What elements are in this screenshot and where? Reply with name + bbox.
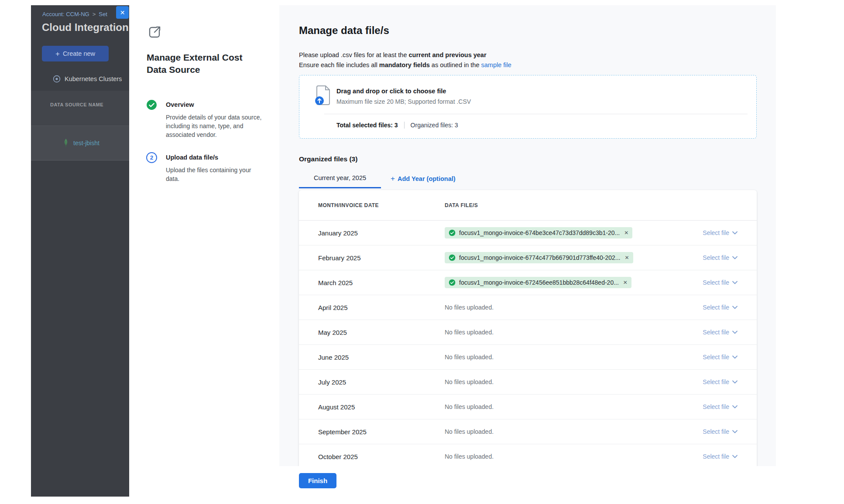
tab-current-year[interactable]: Current year, 2025 [299,174,381,188]
select-file-button[interactable]: Select file [703,279,738,286]
month-label: October 2025 [318,453,445,460]
organized-files-count: Organized files: 3 [411,122,458,129]
upload-instructions: Please upload .csv files for at least th… [299,50,511,70]
select-file-button[interactable]: Select file [703,254,738,261]
file-cell: focusv1_mongo-invoice-672456ee851bbb28c6… [445,277,690,288]
file-cell: No files uploaded. [445,303,690,311]
chevron-down-icon [732,405,738,409]
select-cell: Select file [690,279,738,286]
empty-file-text: No files uploaded. [445,403,494,410]
instruction-line-1: Please upload .csv files for at least th… [299,50,511,60]
total-selected-files: Total selected files: 3 [336,122,398,129]
plus-icon: + [55,50,60,58]
chevron-down-icon [732,430,738,433]
dropzone-divider [324,114,748,114]
empty-file-text: No files uploaded. [445,378,494,385]
file-cell: No files uploaded. [445,453,690,460]
section-title: Manage data file/s [299,24,389,37]
data-source-link: test-jbisht [73,140,99,146]
select-file-button[interactable]: Select file [703,378,738,385]
breadcrumb-separator: > [93,11,96,17]
wizard-title: Manage External Cost Data Source [147,51,260,76]
file-dropzone[interactable]: Drag and drop or click to choose file Ma… [299,75,757,139]
select-file-label: Select file [703,229,729,236]
select-file-button[interactable]: Select file [703,428,738,435]
add-year-label: Add Year (optional) [398,175,456,182]
select-file-label: Select file [703,453,729,460]
select-file-button[interactable]: Select file [703,329,738,336]
year-tabs: Current year, 2025 + Add Year (optional) [299,174,456,188]
finish-button[interactable]: Finish [299,473,336,488]
select-cell: Select file [690,403,738,411]
select-file-label: Select file [703,378,729,385]
step-2-description: Upload the files containing your data. [166,166,265,183]
table-body: January 2025 focusv1_mongo-invoice-674be… [299,221,757,469]
instruction-text: Please upload .csv files for at least th… [299,51,408,58]
select-file-button[interactable]: Select file [703,304,738,311]
select-cell: Select file [690,453,738,460]
dropzone-stats: Total selected files: 3 Organized files:… [336,122,458,129]
select-cell: Select file [690,254,738,262]
select-file-label: Select file [703,403,729,410]
file-chip: focusv1_mongo-invoice-6774c477b667901d77… [445,252,633,263]
table-row: April 2025 No files uploaded. Select fil… [299,295,757,320]
file-name: focusv1_mongo-invoice-6774c477b667901d77… [459,254,620,261]
instruction-bold: mandatory fields [379,61,430,68]
step-1-description: Provide details of your data source, inc… [166,113,265,139]
month-label: September 2025 [318,428,445,436]
table-row: October 2025 No files uploaded. Select f… [299,444,757,469]
file-check-icon [449,279,456,286]
empty-file-text: No files uploaded. [445,304,494,311]
step-1-title[interactable]: Overview [166,101,194,108]
select-file-button[interactable]: Select file [703,354,738,361]
file-chip: focusv1_mongo-invoice-674be3ce47c73d37dd… [445,227,632,238]
upload-step-content: Manage data file/s Please upload .csv fi… [279,5,776,497]
instruction-line-2: Ensure each file includes all mandatory … [299,60,511,70]
file-cell: focusv1_mongo-invoice-674be3ce47c73d37dd… [445,227,690,238]
select-file-button[interactable]: Select file [703,403,738,410]
instruction-text: Ensure each file includes all [299,61,379,68]
tab-kubernetes-label: Kubernetes Clusters [65,75,122,82]
header-month: MONTH/INVOICE DATE [318,202,445,208]
step-1-complete-check-icon[interactable] [146,99,157,110]
file-cell: No files uploaded. [445,328,690,336]
mongodb-leaf-icon [63,139,69,147]
select-file-label: Select file [703,329,729,336]
remove-file-icon[interactable]: ✕ [623,279,628,286]
table-header-row: MONTH/INVOICE DATE DATA FILE/S [299,190,757,221]
sample-file-link[interactable]: sample file [481,61,511,68]
step-2-number-badge[interactable]: 2 [146,152,157,163]
select-cell: Select file [690,353,738,361]
file-name: focusv1_mongo-invoice-674be3ce47c73d37dd… [459,229,620,236]
month-label: February 2025 [318,254,445,262]
select-file-label: Select file [703,428,729,435]
add-year-button[interactable]: + Add Year (optional) [391,174,456,182]
file-check-icon [449,254,456,261]
instruction-text: as outlined in the [430,61,481,68]
month-label: May 2025 [318,329,445,336]
file-cell: No files uploaded. [445,353,690,361]
chevron-down-icon [732,281,738,284]
select-file-button[interactable]: Select file [703,229,738,236]
kubernetes-icon [53,75,61,83]
header-data-file: DATA FILE/S [445,202,690,208]
create-new-button: + Create new [42,46,109,61]
data-source-row: test-jbisht [31,126,129,160]
select-cell: Select file [690,378,738,386]
close-button[interactable]: ✕ [116,6,129,19]
select-cell: Select file [690,428,738,436]
select-file-button[interactable]: Select file [703,453,738,460]
table-row: August 2025 No files uploaded. Select fi… [299,395,757,419]
remove-file-icon[interactable]: ✕ [624,230,628,236]
month-label: July 2025 [318,378,445,386]
step-2-title[interactable]: Upload data file/s [166,154,218,161]
select-file-label: Select file [703,279,729,286]
table-row: February 2025 focusv1_mongo-invoice-6774… [299,245,757,270]
dimmed-background-page: Account: CCM-NG > Set Cloud Integration … [31,5,129,497]
breadcrumb: Account: CCM-NG > Set [42,11,107,17]
remove-file-icon[interactable]: ✕ [624,255,629,261]
chevron-down-icon [732,231,738,235]
manage-data-source-drawer: Manage External Cost Data Source Overvie… [129,5,776,497]
create-new-label: Create new [63,50,95,57]
drawer-footer: Finish [279,466,776,497]
